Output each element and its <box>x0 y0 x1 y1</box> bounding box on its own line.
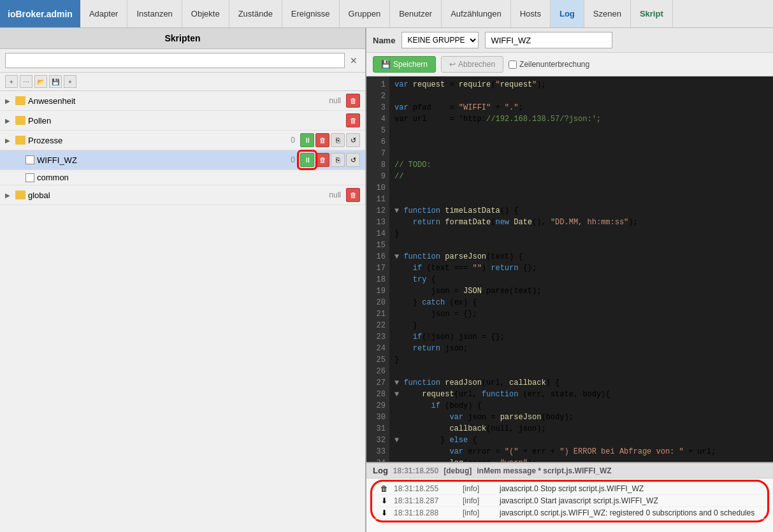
delete-btn-prozesse[interactable]: 🗑 <box>315 133 329 147</box>
copy-btn-prozesse[interactable]: ⎘ <box>331 133 345 147</box>
tree-expander-anwesenheit: ▶ <box>5 97 15 104</box>
fold-27[interactable]: ▼ <box>394 378 403 387</box>
line-num-7: 7 <box>370 148 386 159</box>
log-entry-icon-2: ⬇ <box>380 508 389 517</box>
delete-btn-global[interactable]: 🗑 <box>346 188 360 202</box>
toolbar-icon-3[interactable]: 📂 <box>34 75 47 88</box>
cancel-button[interactable]: ↩ Abbrechen <box>441 56 503 73</box>
script-name-input[interactable] <box>485 32 612 48</box>
main-layout: Skripten ✕ + ⋯ 📂 💾 + ▶ Anwesenhe <box>0 28 773 532</box>
nav-zustaende[interactable]: Zustände <box>229 0 282 27</box>
tree-label-prozesse: Prozesse <box>28 136 291 145</box>
code-line-14: } <box>394 228 768 240</box>
left-panel: Skripten ✕ + ⋯ 📂 💾 + ▶ Anwesenhe <box>0 28 366 532</box>
code-line-24: return json; <box>394 343 768 354</box>
search-input[interactable] <box>5 53 345 68</box>
tree-item-wiffi[interactable]: WIFFI_WZ 0 ⏸ 🗑 ⎘ ↺ <box>0 150 365 170</box>
log-entry-ts-0: 18:31:18.255 <box>394 484 458 493</box>
tree-label-common: common <box>37 173 355 182</box>
refresh-btn-wiffi[interactable]: ↺ <box>346 153 360 167</box>
line-num-34: 34 <box>370 457 386 462</box>
wordwrap-checkbox[interactable] <box>509 61 517 69</box>
tree-count-wiffi: 0 <box>291 155 295 164</box>
delete-btn-pollen[interactable]: 🗑 <box>346 113 360 127</box>
code-line-2 <box>394 90 768 102</box>
nav-aufzaehlungen[interactable]: Aufzählungen <box>442 0 511 27</box>
log-panel: Log 18:31:18.250 [debug] inMem message *… <box>366 462 773 532</box>
line-num-19: 19 <box>370 285 386 297</box>
brand-logo: ioBroker.admin <box>0 0 80 27</box>
nav-gruppen[interactable]: Gruppen <box>340 0 391 27</box>
folder-icon-global <box>15 191 25 199</box>
delete-btn-wiffi[interactable]: 🗑 <box>315 153 329 167</box>
delete-btn-anwesenheit[interactable]: 🗑 <box>346 94 360 108</box>
toolbar-icon-5[interactable]: + <box>64 75 76 88</box>
fold-32[interactable]: ▼ <box>394 436 403 445</box>
nav-instanzen[interactable]: Instanzen <box>127 0 182 27</box>
tree-expander-global: ▶ <box>5 192 15 199</box>
nav-benutzer[interactable]: Benutzer <box>390 0 442 27</box>
tree-item-prozesse[interactable]: ▶ Prozesse 0 ⏸ 🗑 ⎘ ↺ <box>0 131 365 150</box>
tree-item-pollen[interactable]: ▶ Pollen 🗑 <box>0 111 365 131</box>
group-select[interactable]: KEINE GRUPPE <box>401 32 479 48</box>
line-num-4: 4 <box>370 113 386 125</box>
code-line-9: // <box>394 171 768 182</box>
code-line-27: ▼ function readJson(url, callback) { <box>394 377 768 389</box>
log-header-level: [debug] <box>444 466 472 475</box>
nav-adapter[interactable]: Adapter <box>80 0 128 27</box>
search-clear-icon[interactable]: ✕ <box>347 54 360 67</box>
code-line-7 <box>394 148 768 159</box>
code-line-12: ▼ function timeLastData() { <box>394 205 768 217</box>
refresh-btn-prozesse[interactable]: ↺ <box>346 133 360 147</box>
tree-item-global[interactable]: ▶ global null 🗑 <box>0 185 365 205</box>
log-entry-2: ⬇ 18:31:18.288 [info] javascript.0 scrip… <box>373 507 766 519</box>
code-line-8: // TODO: <box>394 159 768 171</box>
editor-actions: 💾 Speichern ↩ Abbrechen Zeilenunterbrech… <box>366 53 773 76</box>
fold-16[interactable]: ▼ <box>394 252 403 261</box>
line-num-15: 15 <box>370 240 386 251</box>
line-num-9: 9 <box>370 171 386 182</box>
fold-12[interactable]: ▼ <box>394 206 403 215</box>
tree-item-anwesenheit[interactable]: ▶ Anwesenheit null 🗑 <box>0 91 365 111</box>
line-num-24: 24 <box>370 343 386 354</box>
code-line-15 <box>394 240 768 251</box>
code-editor[interactable]: 1234567891011121314151617181920212223242… <box>366 76 773 462</box>
nav-objekte[interactable]: Objekte <box>182 0 229 27</box>
nav-ereignisse[interactable]: Ereignisse <box>282 0 340 27</box>
toolbar-icon-4[interactable]: 💾 <box>49 75 62 88</box>
pause-btn-prozesse[interactable]: ⏸ <box>300 133 314 147</box>
code-line-22: } <box>394 320 768 331</box>
nav-skript[interactable]: Skript <box>631 0 673 27</box>
script-icon-common <box>25 173 34 182</box>
log-header: Log 18:31:18.250 [debug] inMem message *… <box>366 463 773 478</box>
save-button[interactable]: 💾 Speichern <box>373 56 436 73</box>
line-numbers: 1234567891011121314151617181920212223242… <box>366 76 389 462</box>
log-entry-ts-2: 18:31:18.288 <box>394 508 458 517</box>
tree-item-common[interactable]: common <box>0 170 365 185</box>
fold-28[interactable]: ▼ <box>394 390 403 399</box>
copy-btn-wiffi[interactable]: ⎘ <box>331 153 345 167</box>
toolbar-icon-2[interactable]: ⋯ <box>20 75 33 88</box>
tree-actions-prozesse: ⏸ 🗑 ⎘ ↺ <box>300 133 360 147</box>
log-entries: 🗑 18:31:18.255 [info] javascript.0 Stop … <box>370 480 769 522</box>
nav-hosts[interactable]: Hosts <box>511 0 551 27</box>
line-num-11: 11 <box>370 194 386 205</box>
log-entry-level-0: [info] <box>463 484 495 493</box>
nav-log[interactable]: Log <box>551 0 584 27</box>
folder-icon-prozesse <box>15 136 25 145</box>
code-line-11 <box>394 194 768 205</box>
nav-szenen[interactable]: Szenen <box>584 0 631 27</box>
app-root: ioBroker.admin Adapter Instanzen Objekte… <box>0 0 773 532</box>
pause-btn-wiffi[interactable]: ⏸ <box>300 153 314 167</box>
log-entry-msg-0: javascript.0 Stop script script.js.WIFFI… <box>500 484 760 493</box>
code-line-26 <box>394 366 768 377</box>
line-num-3: 3 <box>370 102 386 113</box>
code-line-25: } <box>394 354 768 366</box>
line-num-20: 20 <box>370 297 386 308</box>
tree-count-anwesenheit: null <box>329 96 341 105</box>
code-line-31: callback(null, json); <box>394 423 768 435</box>
line-num-23: 23 <box>370 331 386 343</box>
script-icon-wiffi <box>25 155 34 164</box>
line-num-14: 14 <box>370 228 386 240</box>
toolbar-icon-1[interactable]: + <box>5 75 18 88</box>
